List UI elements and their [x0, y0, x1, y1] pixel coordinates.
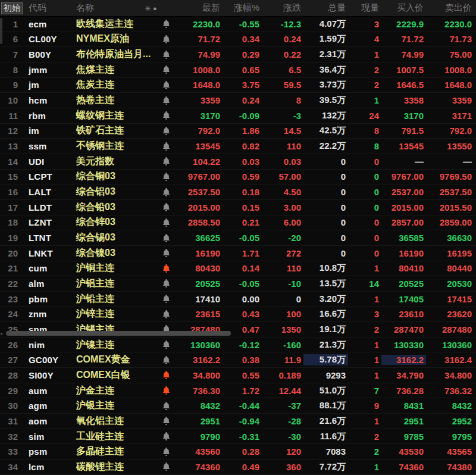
- table-row[interactable]: 1 ecm 欧线集运主连 2230.0 -0.55 -12.3 4.07万 3 …: [0, 17, 476, 32]
- alert-bell-icon[interactable]: [157, 386, 175, 395]
- ask-price: 23620: [426, 309, 476, 319]
- alert-bell-icon[interactable]: [157, 356, 175, 364]
- alert-bell-icon[interactable]: [157, 142, 175, 151]
- bid-price: —: [381, 157, 426, 167]
- total-volume: 132万: [303, 110, 348, 121]
- alert-bell-icon[interactable]: [157, 402, 175, 410]
- table-row[interactable]: 34 lcm 碳酸锂主连 74360 0.49 360 7.72万 1 7436…: [0, 460, 476, 475]
- alert-bell-icon[interactable]: [157, 157, 175, 165]
- alert-bell-icon[interactable]: [157, 448, 175, 456]
- column-header-ask-price[interactable]: 卖出价: [426, 2, 476, 14]
- table-row[interactable]: 21 cum 沪铜主连 80430 0.14 110 10.8万 1 80410…: [0, 261, 476, 277]
- total-volume: 7.72万: [303, 461, 348, 473]
- ask-price: 9795: [426, 432, 476, 442]
- table-row[interactable]: 12 im 铁矿石主连 792.0 1.86 14.5 42.5万 8 791.…: [0, 124, 476, 139]
- column-header-change[interactable]: 涨跌: [262, 2, 303, 14]
- alert-bell-icon[interactable]: [157, 310, 175, 318]
- table-row[interactable]: 19 LTNT 综合锡03 36625 -0.05 -20 0 0 36585 …: [0, 230, 476, 246]
- alert-bell-icon[interactable]: [157, 417, 175, 425]
- table-row[interactable]: 30 agm 沪银主连 8432 -0.44 -37 88.1万 9 8431 …: [0, 398, 476, 414]
- alert-bell-icon[interactable]: [157, 127, 175, 135]
- instrument-name: NYMEX原油: [69, 33, 157, 45]
- table-row[interactable]: 32 sim 工业硅主连 9790 -0.31 -30 11.6万 2 9785…: [0, 429, 476, 445]
- alert-bell-icon[interactable]: [157, 295, 175, 303]
- table-row[interactable]: 29 aum 沪金主连 736.30 1.72 12.44 51.0万 7 73…: [0, 383, 476, 399]
- change-value: 14.5: [262, 126, 303, 136]
- alert-bell-icon[interactable]: [157, 218, 175, 227]
- row-number: 20: [0, 248, 23, 258]
- instrument-name: 焦煤主连: [69, 64, 157, 76]
- bid-price: 71.72: [381, 34, 426, 44]
- table-row[interactable]: 31 aom 氧化铝主连 2951 -0.94 -28 21.6万 1 2951…: [0, 414, 476, 429]
- table-row[interactable]: 23 pbm 沪铅主连 17410 0.00 0 3.20万 1 17405 1…: [0, 292, 476, 307]
- table-row[interactable]: 13 ssm 不锈钢主连 13545 0.82 110 22.2万 8 1354…: [0, 139, 476, 154]
- alert-bell-icon[interactable]: [157, 234, 175, 242]
- column-header-total-volume[interactable]: 总量: [303, 2, 348, 14]
- vertical-scrollbar-thumb[interactable]: [0, 18, 2, 44]
- alert-bell-icon[interactable]: [157, 96, 175, 105]
- table-row[interactable]: 14 UDI 美元指数 104.22 0.03 0.03 0 0 — —: [0, 154, 476, 170]
- column-header-name[interactable]: 名称: [69, 2, 157, 14]
- total-volume: 13.5万: [303, 278, 348, 289]
- alert-bell-icon[interactable]: [157, 203, 175, 211]
- alert-bell-icon[interactable]: [157, 81, 175, 89]
- alert-bell-icon[interactable]: [157, 65, 175, 74]
- table-row[interactable]: 15 LCPT 综合铜03 9767.00 0.59 57.00 0 0 976…: [0, 170, 476, 185]
- column-header-latest[interactable]: 最新: [175, 2, 223, 14]
- column-header-code[interactable]: 代码: [23, 2, 69, 14]
- alert-bell-icon[interactable]: [157, 51, 175, 59]
- instrument-code: LALT: [23, 187, 69, 197]
- alert-bell-icon[interactable]: [157, 279, 175, 288]
- table-row[interactable]: 8 jmm 焦煤主连 1008.0 0.65 6.5 36.4万 2 1007.…: [0, 62, 476, 78]
- change-percent: 1.86: [223, 126, 262, 136]
- change-value: 8: [262, 95, 303, 105]
- horizontal-scrollbar-thumb[interactable]: [6, 331, 231, 336]
- change-percent: 1.71: [223, 248, 262, 258]
- latest-price: 74360: [175, 462, 223, 472]
- instrument-name: 氧化铝主连: [69, 415, 157, 427]
- table-row[interactable]: 28 SI00Y COMEX白银 34.800 0.55 0.189 9293 …: [0, 368, 476, 383]
- alert-bell-icon[interactable]: [157, 340, 175, 349]
- alert-bell-icon[interactable]: [157, 35, 175, 43]
- alert-bell-icon[interactable]: [157, 432, 175, 440]
- instrument-code: rbm: [23, 111, 69, 121]
- table-row[interactable]: 17 LLDT 综合铅03 2015.00 0.15 3.00 0 0 2015…: [0, 200, 476, 215]
- row-number: 29: [0, 386, 23, 396]
- alert-bell-icon[interactable]: [157, 249, 175, 257]
- alert-bell-icon[interactable]: [157, 264, 175, 273]
- table-row[interactable]: 22 alm 沪铝主连 20525 -0.05 -10 13.5万 14 205…: [0, 276, 476, 292]
- initial-sort-button[interactable]: 初始: [1, 2, 23, 14]
- table-row[interactable]: 9 jm 焦炭主连 1648.0 3.75 59.5 3.73万 2 1646.…: [0, 78, 476, 93]
- change-percent: 0.24: [223, 95, 262, 105]
- column-header-bid-price[interactable]: 买入价: [381, 2, 426, 14]
- bid-price: 736.28: [381, 386, 426, 396]
- header-view-icons[interactable]: ✳●: [145, 0, 157, 17]
- column-header-current-volume[interactable]: 现量: [348, 2, 381, 14]
- column-header-change-percent[interactable]: 涨幅%: [223, 2, 262, 14]
- instrument-name: 热卷主连: [69, 94, 157, 107]
- alert-bell-icon[interactable]: [157, 111, 175, 120]
- table-row[interactable]: 20 LNKT 综合镍03 16190 1.71 272 0 0 16190 1…: [0, 246, 476, 261]
- scroll-left-arrow-icon[interactable]: ◂: [0, 331, 5, 336]
- alert-bell-icon[interactable]: [157, 20, 175, 28]
- change-value: 6.5: [262, 65, 303, 75]
- table-row[interactable]: 27 GC00Y COMEX黄金 3162.2 0.38 11.9 5.78万 …: [0, 352, 476, 368]
- table-row[interactable]: 11 rbm 螺纹钢主连 3170 -0.09 -3 132万 24 3170 …: [0, 108, 476, 124]
- alert-bell-icon[interactable]: [157, 462, 175, 471]
- table-row[interactable]: 18 LZNT 综合锌03 2858.50 0.21 6.00 0 0 2857…: [0, 215, 476, 231]
- row-number: 10: [0, 95, 23, 105]
- current-volume: 1: [348, 95, 381, 105]
- alert-bell-icon[interactable]: [157, 188, 175, 196]
- table-row[interactable]: 6 CL00Y NYMEX原油 71.72 0.34 0.24 1.59万 4 …: [0, 32, 476, 48]
- table-row[interactable]: 7 B00Y 布伦特原油当月... 74.99 0.29 0.22 2.31万 …: [0, 47, 476, 62]
- table-row[interactable]: 24 znm 沪锌主连 23615 0.43 100 16.6万 3 23610…: [0, 307, 476, 322]
- table-row[interactable]: 16 LALT 综合铝03 2537.50 0.18 4.50 0 0 2537…: [0, 185, 476, 200]
- alert-bell-icon[interactable]: [157, 173, 175, 181]
- latest-price: 2230.0: [175, 19, 223, 29]
- table-row[interactable]: 10 hcm 热卷主连 3359 0.24 8 39.5万 1 3358 335…: [0, 93, 476, 108]
- table-row[interactable]: 26 nim 沪镍主连 130360 -0.12 -160 21.3万 1 13…: [0, 338, 476, 353]
- table-row[interactable]: 33 psm 多晶硅主连 43560 0.28 120 7083 2 43530…: [0, 444, 476, 460]
- alert-bell-icon[interactable]: [157, 371, 175, 379]
- change-percent: 0.15: [223, 202, 262, 212]
- change-value: -10: [262, 279, 303, 289]
